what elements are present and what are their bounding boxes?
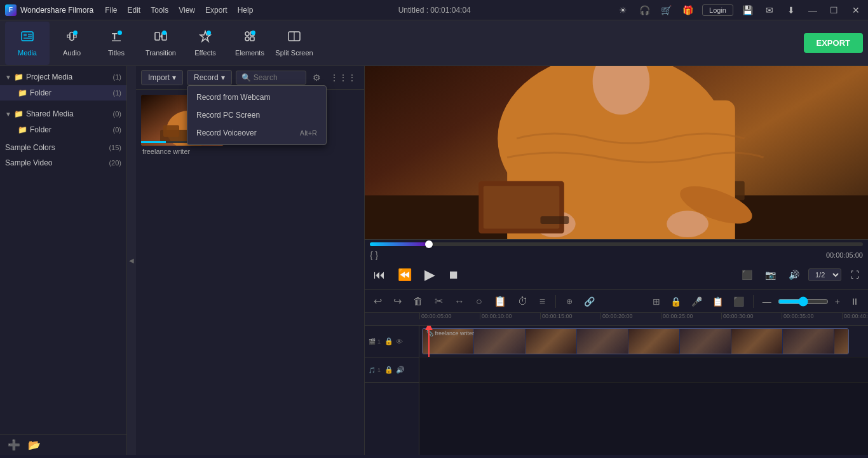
pause-button[interactable]: ⏸ (846, 295, 863, 308)
playback-controls: ⏮ ⏪ ▶ ⏹ (370, 263, 463, 287)
toolbar-split-screen[interactable]: Split Screen (272, 22, 316, 65)
menu-tools[interactable]: Tools (151, 6, 168, 15)
grid-view-icon[interactable]: ⋮⋮⋮ (327, 71, 359, 84)
menu-file[interactable]: File (105, 6, 117, 15)
mail-icon[interactable]: ✉ (763, 3, 776, 17)
shared-media-folder[interactable]: 📁 Folder (0) (0, 122, 126, 137)
eye-icon[interactable]: 👁 (396, 338, 403, 345)
screenshot-icon[interactable]: 📷 (761, 268, 780, 281)
time-markers: { } 00:00:05:00 (370, 250, 863, 260)
frame-back-button[interactable]: ⏪ (394, 267, 416, 283)
add-media-icon[interactable]: ➕ (8, 439, 20, 451)
shared-media-count: (0) (109, 110, 121, 118)
media-label: Media (18, 49, 37, 57)
project-folder-name: Folder (30, 88, 111, 97)
link-button[interactable]: 🔗 (580, 295, 599, 308)
record-voiceover-option[interactable]: Record Voiceover Alt+R (187, 124, 326, 142)
lock-icon[interactable]: 🔒 (384, 337, 393, 345)
audio-icon (65, 29, 79, 46)
record-button[interactable]: Record ▾ (187, 70, 232, 85)
clip-frames (423, 329, 849, 354)
play-button[interactable]: ▶ (421, 265, 439, 284)
trim-button[interactable]: ↔ (451, 295, 468, 309)
menu-help[interactable]: Help (238, 6, 254, 15)
search-input[interactable] (254, 73, 301, 82)
toolbar-media[interactable]: Media (5, 22, 50, 65)
minimize-button[interactable]: — (806, 3, 820, 17)
export-button[interactable]: EXPORT (804, 33, 863, 53)
menu-export[interactable]: Export (205, 6, 227, 15)
preview-video (365, 66, 868, 239)
add-track-button[interactable]: ⊕ (562, 296, 576, 307)
preview-progress-bar[interactable] (370, 242, 863, 246)
project-media-folder[interactable]: 📁 Folder (1) (0, 85, 126, 101)
ruler-mark: 00:00:20:00 (600, 313, 661, 319)
step-back-button[interactable]: ⏮ (370, 267, 389, 283)
stop-button[interactable]: ⏹ (444, 267, 463, 283)
voiceover-button[interactable]: 🎤 (688, 295, 706, 308)
sun-icon[interactable]: ☀ (616, 3, 630, 17)
adjust-button[interactable]: ≡ (536, 295, 549, 309)
menu-view[interactable]: View (179, 6, 195, 15)
toolbar-titles[interactable]: T Titles (94, 22, 139, 65)
login-button[interactable]: Login (702, 4, 733, 16)
speed-button[interactable]: ⏱ (514, 295, 532, 309)
gift-icon[interactable]: 🎁 (681, 3, 695, 17)
project-media-header[interactable]: ▼ 📁 Project Media (1) (0, 69, 126, 85)
sample-colors-item[interactable]: Sample Colors (15) (0, 140, 126, 155)
motion-track-button[interactable]: ⊞ (649, 295, 664, 308)
media-icon (20, 29, 34, 46)
record-webcam-label: Record from Webcam (196, 93, 270, 102)
sample-video-item[interactable]: Sample Video (20) (0, 155, 126, 170)
fullscreen-icon[interactable]: ⛶ (846, 268, 863, 281)
project-folder-count: (1) (113, 89, 121, 97)
clip-frame (474, 329, 525, 354)
save-icon[interactable]: 💾 (741, 3, 755, 17)
audio-lock-icon[interactable]: 🔒 (384, 366, 393, 374)
video-clip[interactable]: 📎 freelance writer (422, 328, 849, 354)
record-webcam-option[interactable]: Record from Webcam (187, 88, 326, 106)
copy-button[interactable]: 📋 (490, 294, 510, 309)
toolbar-elements[interactable]: Elements (227, 22, 272, 65)
toolbar-audio[interactable]: Audio (50, 22, 94, 65)
close-button[interactable]: ✕ (849, 3, 863, 17)
toolbar-effects[interactable]: Effects (183, 22, 227, 65)
folder-add-icon[interactable]: 📂 (28, 439, 41, 451)
shared-media-header[interactable]: ▼ 📁 Shared Media (0) (0, 106, 126, 122)
add-to-timeline-icon[interactable]: ⬛ (738, 268, 756, 281)
svg-rect-13 (250, 37, 254, 41)
menu-edit[interactable]: Edit (128, 6, 141, 15)
project-media-section: ▼ 📁 Project Media (1) 📁 Folder (1) (0, 66, 126, 103)
toolbar-transition[interactable]: Transition (139, 22, 183, 65)
download-icon[interactable]: ⬇ (784, 3, 798, 17)
ai-button[interactable]: ⬛ (729, 295, 748, 308)
progress-handle[interactable] (425, 240, 433, 248)
zoom-out-button[interactable]: — (759, 295, 775, 308)
redo-button[interactable]: ↪ (390, 294, 405, 309)
snapshot-button[interactable]: 📋 (709, 295, 727, 308)
elements-label: Elements (235, 49, 264, 57)
zoom-in-button[interactable]: + (831, 295, 844, 308)
cart-icon[interactable]: 🛒 (659, 3, 673, 17)
import-button[interactable]: Import ▾ (141, 70, 183, 85)
quality-select[interactable]: 1/2 1/4 Full (808, 268, 841, 281)
zoom-slider[interactable] (778, 296, 829, 307)
bracket-left-icon[interactable]: { } (370, 250, 378, 260)
undo-button[interactable]: ↩ (370, 294, 386, 309)
volume-icon[interactable]: 🔊 (785, 268, 803, 281)
playback-row: ⏮ ⏪ ▶ ⏹ ⬛ 📷 🔊 1/2 1/4 Ful (370, 263, 863, 287)
cut-button[interactable]: ✂ (431, 294, 447, 309)
window-title: Untitled : 00:01:04:04 (398, 6, 471, 15)
track-controls: 🔒 👁 (384, 337, 403, 345)
audio-vol-icon[interactable]: 🔊 (396, 366, 405, 374)
headphones-icon[interactable]: 🎧 (637, 3, 651, 17)
filter-icon[interactable]: ⚙ (310, 71, 323, 84)
maximize-button[interactable]: ☐ (827, 3, 841, 17)
left-collapse-button[interactable]: ◀ (127, 66, 136, 455)
main-content: ▼ 📁 Project Media (1) 📁 Folder (1) ▼ 📁 S… (0, 66, 868, 455)
record-screen-option[interactable]: Record PC Screen (187, 106, 326, 124)
cursor-head (425, 326, 433, 330)
stabilize-button[interactable]: 🔒 (667, 295, 685, 308)
crop-button[interactable]: ○ (472, 295, 486, 309)
delete-button[interactable]: 🗑 (409, 295, 427, 309)
